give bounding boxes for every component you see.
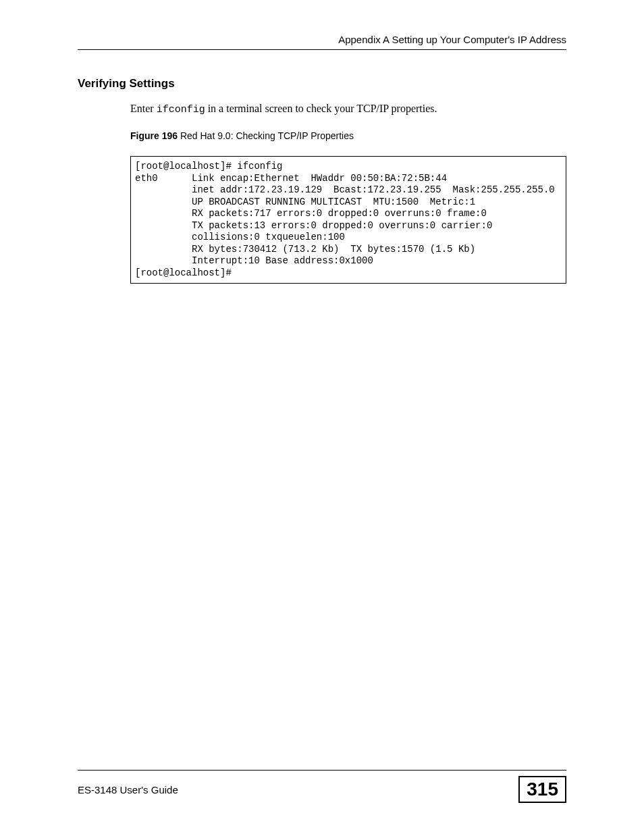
terminal-line: [root@localhost]#	[135, 267, 232, 278]
page-footer: ES-3148 User's Guide 315	[78, 770, 566, 803]
section-heading: Verifying Settings	[78, 77, 566, 90]
running-header: Appendix A Setting up Your Computer's IP…	[78, 34, 566, 45]
terminal-line: inet addr:172.23.19.129 Bcast:172.23.19.…	[135, 184, 555, 195]
terminal-line: collisions:0 txqueuelen:100	[135, 232, 350, 242]
header-rule	[78, 49, 566, 50]
terminal-line: eth0 Link encap:Ethernet HWaddr 00:50:BA…	[135, 173, 458, 184]
terminal-line: RX bytes:730412 (713.2 Kb) TX bytes:1570…	[135, 244, 475, 255]
footer-row: ES-3148 User's Guide 315	[78, 776, 566, 803]
body-suffix: in a terminal screen to check your TCP/I…	[205, 103, 437, 114]
terminal-line: RX packets:717 errors:0 dropped:0 overru…	[135, 208, 487, 219]
terminal-output: [root@localhost]# ifconfig eth0 Link enc…	[130, 156, 566, 284]
terminal-line: TX packets:13 errors:0 dropped:0 overrun…	[135, 220, 492, 231]
terminal-line: Interrupt:10 Base address:0x1000	[135, 255, 379, 266]
body-paragraph: Enter ifconfig in a terminal screen to c…	[130, 103, 566, 115]
footer-guide-title: ES-3148 User's Guide	[78, 784, 178, 796]
inline-code: ifconfig	[157, 104, 205, 115]
figure-caption: Figure 196 Red Hat 9.0: Checking TCP/IP …	[130, 130, 566, 141]
body-prefix: Enter	[130, 103, 157, 114]
terminal-line: [root@localhost]# ifconfig	[135, 161, 288, 172]
page-number: 315	[518, 776, 566, 803]
footer-rule	[78, 770, 566, 771]
figure-label: Figure 196	[130, 130, 178, 141]
figure-caption-text: Red Hat 9.0: Checking TCP/IP Properties	[178, 130, 354, 141]
terminal-line: UP BROADCAST RUNNING MULTICAST MTU:1500 …	[135, 197, 475, 207]
page: Appendix A Setting up Your Computer's IP…	[0, 0, 644, 834]
